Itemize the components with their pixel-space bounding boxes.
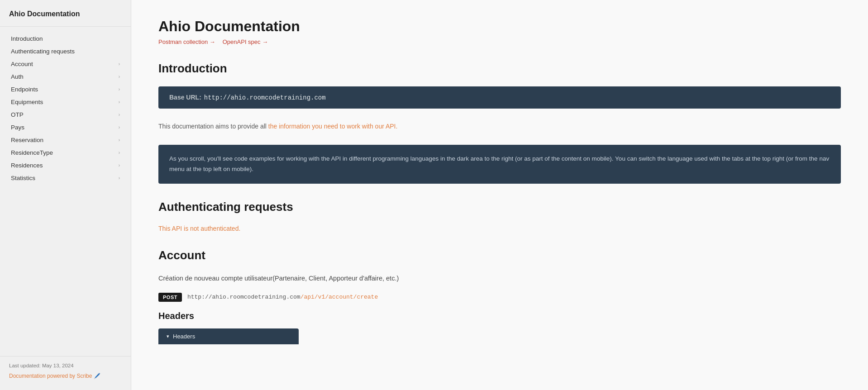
intro-body-text: This documentation aims to provide all t… — [158, 123, 397, 130]
sidebar-footer: Last updated: May 13, 2024 Documentation… — [0, 356, 131, 381]
sidebar-item-label: Equipments — [11, 99, 43, 105]
sidebar-item-account[interactable]: Account › — [2, 58, 129, 70]
sidebar-item-reservation[interactable]: Reservation › — [2, 134, 129, 146]
base-url-value: http://ahio.roomcodetraining.com — [204, 94, 326, 101]
subsection-headers-area: Headers ▾ Headers — [158, 311, 841, 344]
sidebar-item-label: Authenticating requests — [11, 48, 75, 55]
sidebar-item-label: OTP — [11, 111, 24, 118]
sidebar-item-introduction[interactable]: Introduction — [2, 33, 129, 45]
sidebar-item-label: ResidenceType — [11, 149, 53, 156]
sidebar-item-label: Account — [11, 61, 33, 67]
sidebar-item-otp[interactable]: OTP › — [2, 109, 129, 121]
chevron-right-icon: › — [119, 74, 120, 79]
sidebar-item-pays[interactable]: Pays › — [2, 121, 129, 133]
sidebar-title: Ahio Documentation — [0, 0, 131, 27]
sidebar: Ahio Documentation Introduction Authenti… — [0, 0, 131, 390]
account-description: Création de nouveau compte utilisateur(P… — [158, 273, 841, 284]
chevron-right-icon: › — [119, 87, 120, 92]
sidebar-item-label: Introduction — [11, 35, 43, 42]
sidebar-item-equipments[interactable]: Equipments › — [2, 96, 129, 108]
intro-detail-text: As you scroll, you'll see code examples … — [169, 155, 829, 172]
chevron-right-icon: › — [119, 150, 120, 155]
chevron-right-icon: › — [119, 125, 120, 130]
intro-detail-box: As you scroll, you'll see code examples … — [158, 145, 841, 184]
account-heading: Account — [158, 248, 841, 262]
highlight-text: the information you need to work with ou… — [268, 123, 398, 130]
chevron-right-icon: › — [119, 176, 120, 181]
auth-heading: Authenticating requests — [158, 200, 841, 214]
sidebar-item-endpoints[interactable]: Endpoints › — [2, 83, 129, 95]
page-links: Postman collection → OpenAPI spec → — [158, 38, 841, 45]
endpoint-base: http://ahio.roomcodetraining.com — [187, 294, 300, 300]
page-title: Ahio Documentation — [158, 18, 841, 35]
endpoint-row: POST http://ahio.roomcodetraining.com/ap… — [158, 293, 841, 302]
endpoint-url: http://ahio.roomcodetraining.com/api/v1/… — [187, 294, 378, 300]
postman-link[interactable]: Postman collection → — [158, 38, 215, 45]
sidebar-item-label: Endpoints — [11, 86, 38, 93]
subsection-title: Headers — [158, 311, 841, 321]
sidebar-item-label: Statistics — [11, 175, 35, 181]
sidebar-item-residences[interactable]: Residences › — [2, 159, 129, 171]
chevron-right-icon: › — [119, 163, 120, 168]
auth-body: This API is not authenticated. — [158, 225, 841, 232]
sidebar-item-label: Residences — [11, 162, 43, 169]
sidebar-item-auth[interactable]: Auth › — [2, 71, 129, 83]
sidebar-item-residencetype[interactable]: ResidenceType › — [2, 147, 129, 159]
toggle-arrow-icon: ▾ — [167, 333, 169, 339]
sidebar-item-statistics[interactable]: Statistics › — [2, 172, 129, 184]
chevron-right-icon: › — [119, 62, 120, 67]
sidebar-item-label: Auth — [11, 73, 24, 80]
endpoint-path: /api/v1/account/create — [300, 294, 378, 300]
intro-heading: Introduction — [158, 62, 841, 76]
sidebar-item-authenticating[interactable]: Authenticating requests — [2, 45, 129, 57]
chevron-right-icon: › — [119, 138, 120, 143]
sidebar-item-label: Reservation — [11, 137, 43, 143]
method-badge: POST — [158, 293, 182, 302]
openapi-link[interactable]: OpenAPI spec → — [223, 38, 268, 45]
base-url-box: Base URL:http://ahio.roomcodetraining.co… — [158, 86, 841, 109]
main-content: Ahio Documentation Postman collection → … — [131, 0, 868, 390]
powered-by: Documentation powered by Scribe 🖊️ — [9, 373, 122, 379]
intro-body: This documentation aims to provide all t… — [158, 121, 841, 132]
headers-collapsible[interactable]: ▾ Headers — [158, 328, 299, 344]
base-url-label: Base URL: — [169, 94, 201, 101]
chevron-right-icon: › — [119, 112, 120, 117]
headers-label: Headers — [173, 333, 195, 340]
sidebar-item-label: Pays — [11, 124, 24, 131]
last-updated: Last updated: May 13, 2024 — [9, 363, 122, 368]
chevron-right-icon: › — [119, 100, 120, 105]
sidebar-nav: Introduction Authenticating requests Acc… — [0, 30, 131, 352]
